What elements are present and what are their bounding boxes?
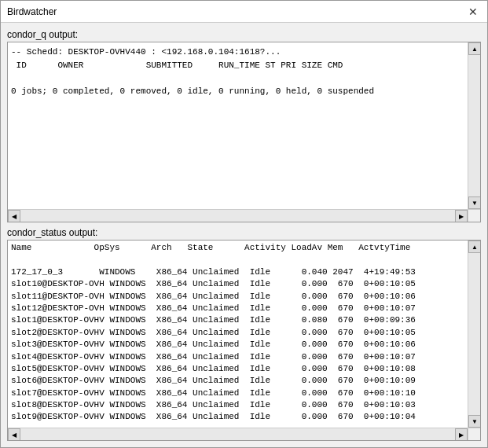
condor-q-label: condor_q output: [7,29,481,40]
window-title: Birdwatcher [7,6,57,17]
condor-status-section: condor_status output: Name OpSys Arch St… [7,227,481,441]
condor-q-scroll-up[interactable]: ▲ [468,42,481,55]
condor-q-vscroll[interactable]: ▲ ▼ [468,42,480,209]
condor-status-corner [468,428,480,440]
condor-status-scroll-up[interactable]: ▲ [468,241,481,253]
condor-status-hscroll[interactable]: ◀ ▶ [8,428,468,440]
condor-q-corner [468,209,480,222]
title-bar: Birdwatcher ✕ [1,1,487,23]
condor-status-scroll-track[interactable] [468,253,480,415]
condor-q-scroll-right[interactable]: ▶ [455,210,468,222]
condor-status-vscroll[interactable]: ▲ ▼ [468,241,480,428]
condor-q-section: condor_q output: -- Schedd: DESKTOP-OVHV… [7,29,481,222]
condor-q-box: -- Schedd: DESKTOP-OVHV440 : <192.168.0.… [7,42,481,222]
condor-status-hscroll-track[interactable] [20,428,455,440]
condor-q-scroll-track[interactable] [468,55,480,196]
condor-q-hscroll-track[interactable] [20,210,455,222]
condor-status-box: Name OpSys Arch State Activity LoadAv Me… [7,240,481,441]
window-content: condor_q output: -- Schedd: DESKTOP-OVHV… [1,23,487,447]
condor-q-hscroll[interactable]: ◀ ▶ [8,209,468,222]
main-window: Birdwatcher ✕ condor_q output: -- Schedd… [0,0,488,448]
condor-q-content[interactable]: -- Schedd: DESKTOP-OVHV440 : <192.168.0.… [8,42,468,209]
close-button[interactable]: ✕ [465,6,481,17]
condor-q-scroll-down[interactable]: ▼ [468,196,481,209]
condor-status-content[interactable]: Name OpSys Arch State Activity LoadAv Me… [8,241,468,428]
condor-status-label: condor_status output: [7,227,481,238]
condor-status-scroll-right[interactable]: ▶ [455,428,468,441]
condor-status-scroll-down[interactable]: ▼ [468,415,481,428]
condor-status-scroll-left[interactable]: ◀ [8,428,20,441]
condor-q-scroll-left[interactable]: ◀ [8,210,20,222]
